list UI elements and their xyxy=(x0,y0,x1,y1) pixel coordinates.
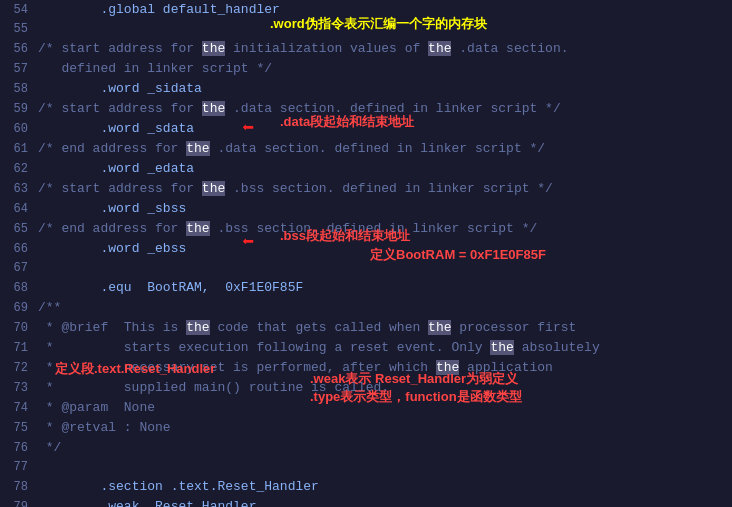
code-editor: 54 .global default_handler5556/* start a… xyxy=(0,0,732,507)
line-number: 79 xyxy=(0,498,38,507)
table-row: 77 xyxy=(0,458,732,477)
line-number: 74 xyxy=(0,399,38,418)
line-number: 72 xyxy=(0,359,38,378)
line-number: 71 xyxy=(0,339,38,358)
line-number: 66 xyxy=(0,240,38,259)
line-number: 76 xyxy=(0,439,38,458)
line-content: * @retval : None xyxy=(38,418,732,437)
line-content: .word _sbss xyxy=(38,199,732,218)
table-row: 63/* start address for the .bss section.… xyxy=(0,179,732,199)
table-row: 78 .section .text.Reset_Handler xyxy=(0,477,732,497)
table-row: 75 * @retval : None xyxy=(0,418,732,438)
table-row: 73 * supplied main() routine is called. xyxy=(0,378,732,398)
table-row: 65/* end address for the .bss section. d… xyxy=(0,219,732,239)
line-number: 78 xyxy=(0,478,38,497)
line-content: .word _edata xyxy=(38,159,732,178)
line-content: .weak Reset_Handler xyxy=(38,497,732,507)
table-row: 74 * @param None xyxy=(0,398,732,418)
line-number: 77 xyxy=(0,458,38,477)
table-row: 66 .word _ebss xyxy=(0,239,732,259)
line-number: 60 xyxy=(0,120,38,139)
line-content: .section .text.Reset_Handler xyxy=(38,477,732,496)
line-content: .word _ebss xyxy=(38,239,732,258)
line-number: 67 xyxy=(0,259,38,278)
line-content: /* end address for the .bss section. def… xyxy=(38,219,732,238)
line-number: 73 xyxy=(0,379,38,398)
line-content: defined in linker script */ xyxy=(38,59,732,78)
line-content: * @param None xyxy=(38,398,732,417)
table-row: 54 .global default_handler xyxy=(0,0,732,20)
line-number: 58 xyxy=(0,80,38,99)
line-number: 55 xyxy=(0,20,38,39)
table-row: 61/* end address for the .data section. … xyxy=(0,139,732,159)
table-row: 58 .word _sidata xyxy=(0,79,732,99)
line-number: 65 xyxy=(0,220,38,239)
line-number: 63 xyxy=(0,180,38,199)
table-row: 70 * @brief This is the code that gets c… xyxy=(0,318,732,338)
line-number: 56 xyxy=(0,40,38,59)
line-number: 68 xyxy=(0,279,38,298)
line-number: 64 xyxy=(0,200,38,219)
line-content: * @brief This is the code that gets call… xyxy=(38,318,732,337)
line-number: 59 xyxy=(0,100,38,119)
table-row: 69/** xyxy=(0,298,732,318)
line-content: .global default_handler xyxy=(38,0,732,19)
line-number: 61 xyxy=(0,140,38,159)
line-content: * starts execution following a reset eve… xyxy=(38,338,732,357)
table-row: 79 .weak Reset_Handler xyxy=(0,497,732,507)
table-row: 76 */ xyxy=(0,438,732,458)
table-row: 59/* start address for the .data section… xyxy=(0,99,732,119)
line-content: /* start address for the .data section. … xyxy=(38,99,732,118)
line-number: 57 xyxy=(0,60,38,79)
table-row: 71 * starts execution following a reset … xyxy=(0,338,732,358)
line-content: * supplied main() routine is called. xyxy=(38,378,732,397)
line-content: .word _sdata xyxy=(38,119,732,138)
table-row: 62 .word _edata xyxy=(0,159,732,179)
line-content: /** xyxy=(38,298,732,317)
line-content: * necessary set is performed, after whic… xyxy=(38,358,732,377)
line-content: /* start address for the .bss section. d… xyxy=(38,179,732,198)
table-row: 68 .equ BootRAM, 0xF1E0F85F xyxy=(0,278,732,298)
table-row: 72 * necessary set is performed, after w… xyxy=(0,358,732,378)
table-row: 64 .word _sbss xyxy=(0,199,732,219)
table-row: 55 xyxy=(0,20,732,39)
line-number: 70 xyxy=(0,319,38,338)
line-number: 75 xyxy=(0,419,38,438)
line-number: 54 xyxy=(0,1,38,20)
table-row: 67 xyxy=(0,259,732,278)
line-number: 62 xyxy=(0,160,38,179)
line-content: /* end address for the .data section. de… xyxy=(38,139,732,158)
table-row: 56/* start address for the initializatio… xyxy=(0,39,732,59)
line-number: 69 xyxy=(0,299,38,318)
table-row: 60 .word _sdata xyxy=(0,119,732,139)
line-content: .equ BootRAM, 0xF1E0F85F xyxy=(38,278,732,297)
line-content: */ xyxy=(38,438,732,457)
line-content: /* start address for the initialization … xyxy=(38,39,732,58)
line-content: .word _sidata xyxy=(38,79,732,98)
table-row: 57 defined in linker script */ xyxy=(0,59,732,79)
